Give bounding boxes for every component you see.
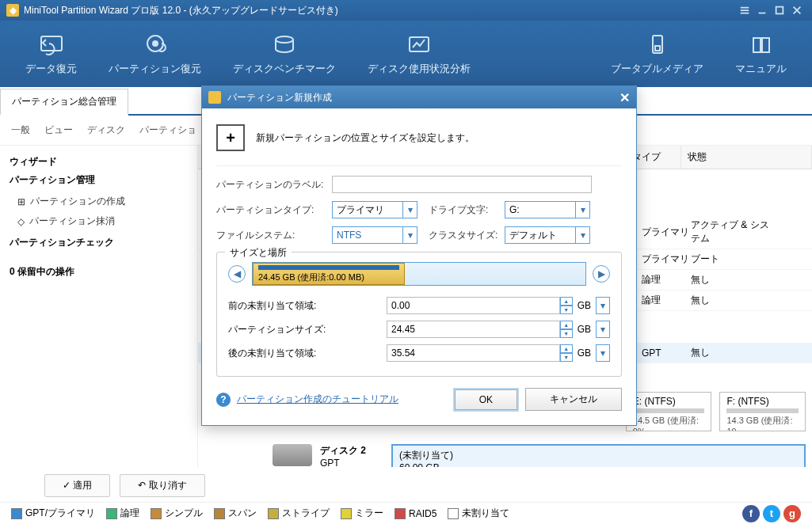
window-title: MiniTool Partition Wizard プロ版 12.0 - (永久…	[24, 4, 338, 17]
slider-fill[interactable]: 24.45 GB (使用済:0.00 MB)	[253, 263, 405, 285]
space-before-input[interactable]	[387, 297, 560, 314]
partition-info: 14.5 GB (使用済: 0%	[633, 415, 705, 431]
label-partition-type: パーティションタイプ:	[216, 203, 332, 217]
dialog-close-button[interactable]: ✕	[619, 90, 630, 105]
minimize-button[interactable]	[753, 2, 771, 19]
eraser-icon: ◇	[17, 216, 25, 227]
unit-label: GB	[578, 347, 591, 359]
tutorial-link[interactable]: パーティション作成のチュートリアル	[237, 393, 398, 406]
chevron-down-icon: ▾	[575, 227, 589, 243]
sidebar-create-partition[interactable]: ⊞パーティションの作成	[10, 192, 188, 211]
twitter-icon[interactable]: t	[763, 505, 780, 522]
partition-size-input[interactable]	[387, 321, 560, 338]
filesystem-select[interactable]: NTFS▾	[332, 226, 417, 244]
unit-select[interactable]: ▾	[596, 344, 610, 362]
label-partition-label: パーティションのラベル:	[216, 178, 332, 192]
drive-letter-select[interactable]: G:▾	[505, 201, 590, 218]
sidebar-delete-partition[interactable]: ◇パーティション抹消	[10, 211, 188, 231]
space-after-input[interactable]	[387, 344, 560, 362]
dialog-icon	[208, 91, 221, 104]
partition-label: E: (NTFS)	[633, 396, 705, 407]
sidebar-mgmt-hdr: パーティション管理	[10, 173, 188, 187]
svg-rect-7	[655, 46, 660, 51]
bootable-icon	[644, 32, 671, 59]
size-location-legend: サイズと場所	[225, 246, 292, 260]
main-toolbar: データ復元 パーティション復元 ディスクベンチマーク ディスク使用状況分析 ブー…	[0, 21, 812, 87]
chevron-down-icon: ▾	[402, 202, 417, 218]
legend-bar: GPT/プライマリ 論理 シンプル スパン ストライプ ミラー RAID5 未割…	[0, 502, 812, 524]
plus-box-icon: ⊞	[17, 196, 25, 207]
close-button[interactable]	[788, 2, 806, 19]
slider-right-button[interactable]: ▶	[593, 265, 610, 283]
menu-icon[interactable]	[736, 2, 753, 19]
disk-info: ディスク 2 GPT 60.00 GB	[320, 444, 383, 467]
usage-bar	[726, 408, 799, 413]
apply-button[interactable]: ✓ 適用	[44, 474, 110, 497]
legend-stripe: ストライプ	[268, 507, 330, 520]
partition-slider[interactable]: 24.45 GB (使用済:0.00 MB)	[252, 262, 586, 286]
tool-bootable[interactable]: ブータブルメディア	[595, 32, 719, 76]
chevron-down-icon: ▾	[575, 202, 589, 218]
new-partition-icon: +	[216, 124, 245, 151]
tab-partition-mgmt[interactable]: パーティション総合管理	[0, 89, 128, 116]
legend-unalloc: 未割り当て	[448, 507, 509, 520]
partition-box-f[interactable]: F: (NTFS) 14.3 GB (使用済: 19	[719, 392, 806, 431]
maximize-button[interactable]	[771, 2, 788, 19]
subtab-partition[interactable]: パーティショ	[139, 123, 196, 137]
unit-select[interactable]: ▾	[596, 297, 610, 314]
legend-simple: シンプル	[151, 507, 203, 520]
unalloc-label: (未割り当て)	[399, 449, 798, 462]
facebook-icon[interactable]: f	[742, 505, 760, 522]
dialog-titlebar[interactable]: パーティション新規作成 ✕	[202, 86, 636, 108]
legend-gpt: GPT/プライマリ	[11, 507, 95, 520]
subtab-view[interactable]: ビュー	[44, 123, 73, 137]
benchmark-icon	[271, 32, 298, 59]
tool-manual[interactable]: マニュアル	[719, 32, 802, 76]
cancel-button[interactable]: キャンセル	[525, 388, 622, 411]
partition-label-input[interactable]	[332, 176, 592, 193]
tool-usage[interactable]: ディスク使用状況分析	[352, 32, 486, 76]
action-bar: ✓ 適用 ↶ 取り消す	[0, 469, 812, 502]
unallocated-box[interactable]: (未割り当て) 60.00 GB	[391, 444, 806, 467]
spinner[interactable]: ▲▼	[560, 344, 573, 362]
slider-left-button[interactable]: ◀	[228, 265, 246, 283]
sidebar-wizard-hdr: ウィザード	[10, 155, 188, 169]
spinner[interactable]: ▲▼	[560, 321, 573, 338]
tool-data-recovery[interactable]: データ復元	[10, 32, 93, 76]
label-partition-size: パーティションサイズ:	[228, 323, 387, 336]
sidebar-pending-hdr: 0 保留中の操作	[10, 265, 188, 279]
tool-partition-recovery[interactable]: パーティション復元	[93, 32, 217, 76]
spinner[interactable]: ▲▼	[560, 297, 573, 314]
usage-bar	[633, 408, 705, 413]
cluster-size-select[interactable]: デフォルト▾	[505, 226, 590, 244]
svg-point-3	[153, 41, 158, 46]
partition-type-select[interactable]: プライマリ▾	[332, 201, 417, 218]
label-cluster: クラスタサイズ:	[429, 229, 505, 242]
dialog-desc: 新規パーティションの位置とサイズを設定します。	[256, 131, 475, 145]
unit-label: GB	[578, 300, 591, 311]
partition-recovery-icon	[142, 32, 169, 59]
legend-raid: RAID5	[395, 508, 436, 519]
ok-button[interactable]: OK	[455, 389, 517, 410]
col-status[interactable]: 状態	[681, 146, 812, 169]
subtab-general[interactable]: 一般	[11, 123, 30, 137]
slider-text: 24.45 GB (使用済:0.00 MB)	[258, 271, 399, 283]
size-location-group: サイズと場所 ◀ 24.45 GB (使用済:0.00 MB) ▶ 前の未割り当…	[216, 252, 622, 377]
disk2-row: ディスク 2 GPT 60.00 GB (未割り当て) 60.00 GB	[198, 438, 812, 467]
partition-box-e[interactable]: E: (NTFS) 14.5 GB (使用済: 0%	[626, 392, 712, 431]
help-icon: ?	[216, 393, 231, 407]
manual-icon	[748, 32, 775, 59]
googleplus-icon[interactable]: g	[783, 505, 801, 522]
titlebar: ◆ MiniTool Partition Wizard プロ版 12.0 - (…	[0, 0, 812, 21]
legend-logical: 論理	[106, 507, 139, 520]
label-space-before: 前の未割り当て領域:	[228, 299, 387, 313]
svg-point-4	[276, 36, 293, 43]
partition-label: F: (NTFS)	[726, 396, 799, 407]
tool-benchmark[interactable]: ディスクベンチマーク	[217, 32, 352, 76]
undo-button[interactable]: ↶ 取り消す	[120, 474, 204, 497]
unit-select[interactable]: ▾	[596, 321, 610, 338]
disk-icon	[273, 444, 312, 466]
dialog-title: パーティション新規作成	[227, 91, 332, 104]
subtab-disk[interactable]: ディスク	[87, 123, 125, 137]
left-pane: ウィザード パーティション管理 ⊞パーティションの作成 ◇パーティション抹消 パ…	[0, 146, 198, 467]
